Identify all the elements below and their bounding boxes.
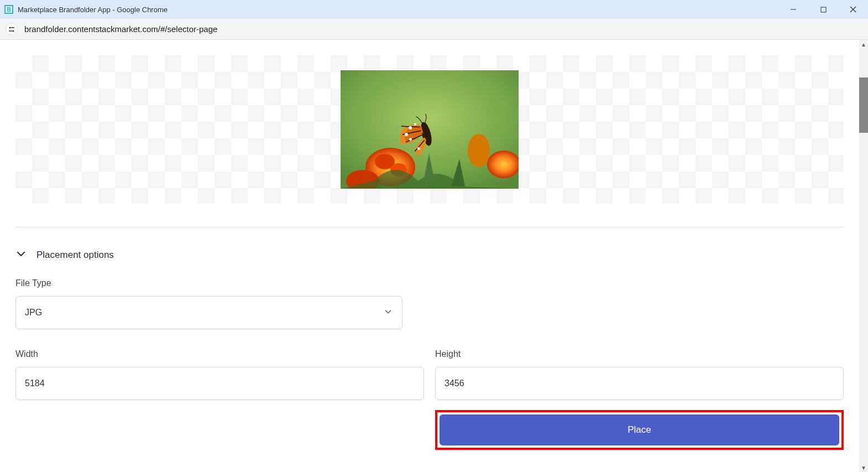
preview-image xyxy=(341,70,519,189)
file-type-label: File Type xyxy=(15,278,844,288)
width-label: Width xyxy=(15,349,424,359)
svg-point-14 xyxy=(468,134,490,167)
width-input[interactable] xyxy=(15,367,424,400)
url-text[interactable]: brandfolder.contentstackmarket.com/#/sel… xyxy=(24,24,217,34)
place-button-highlight: Place xyxy=(435,410,844,450)
scrollbar[interactable]: ▲ ▼ xyxy=(859,40,868,472)
file-type-row: File Type JPG xyxy=(15,278,844,329)
divider xyxy=(15,227,844,227)
svg-point-8 xyxy=(13,30,14,32)
file-type-value: JPG xyxy=(25,308,42,318)
height-column: Height Place xyxy=(435,349,844,450)
minimize-button[interactable] xyxy=(778,0,808,19)
maximize-button[interactable] xyxy=(808,0,838,19)
window-titlebar: B Marketplace Brandfolder App - Google C… xyxy=(0,0,868,19)
page-content: Placement options File Type JPG Width He… xyxy=(0,40,859,472)
close-button[interactable] xyxy=(838,0,868,19)
chevron-down-icon xyxy=(383,307,393,319)
svg-rect-3 xyxy=(821,7,826,12)
width-column: Width xyxy=(15,349,424,450)
chevron-down-icon xyxy=(15,248,27,262)
file-type-select[interactable]: JPG xyxy=(15,296,402,329)
window-title: Marketplace Brandfolder App - Google Chr… xyxy=(18,6,168,14)
scroll-thumb[interactable] xyxy=(859,77,868,133)
image-preview-area xyxy=(15,55,844,204)
svg-text:B: B xyxy=(7,7,11,13)
window-controls xyxy=(778,0,868,19)
scroll-down-arrow-icon[interactable]: ▼ xyxy=(859,463,868,472)
height-label: Height xyxy=(435,349,844,359)
place-button[interactable]: Place xyxy=(440,414,839,445)
height-input[interactable] xyxy=(435,367,844,400)
section-title: Placement options xyxy=(36,250,114,261)
placement-options-header[interactable]: Placement options xyxy=(15,248,844,262)
svg-point-6 xyxy=(9,27,11,28)
address-bar: brandfolder.contentstackmarket.com/#/sel… xyxy=(0,19,868,40)
site-settings-icon[interactable] xyxy=(6,23,18,35)
scroll-up-arrow-icon[interactable]: ▲ xyxy=(859,40,868,49)
app-icon: B xyxy=(4,5,13,14)
